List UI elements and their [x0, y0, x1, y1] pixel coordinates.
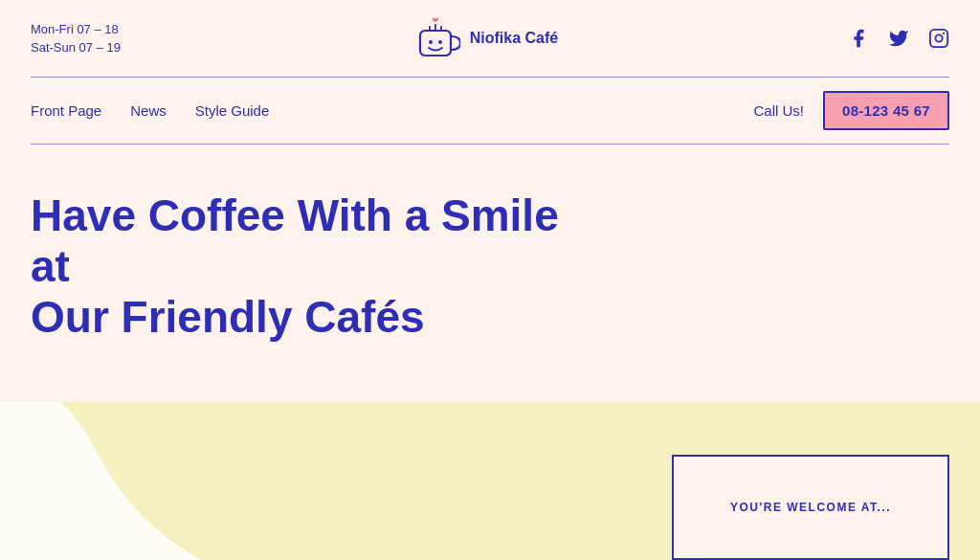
nav-link-style-guide[interactable]: Style Guide: [195, 102, 270, 119]
svg-rect-6: [930, 30, 947, 47]
nav-links: Front Page News Style Guide: [31, 102, 269, 119]
phone-button[interactable]: 08-123 45 67: [823, 91, 949, 130]
facebook-icon[interactable]: [848, 28, 869, 49]
hero-section: Have Coffee With a Smile at Our Friendly…: [0, 145, 980, 366]
svg-point-2: [438, 40, 442, 44]
logo-text: Niofika Café: [470, 29, 558, 47]
hours-weekday: Mon-Fri 07 – 18: [31, 20, 121, 39]
logo-area[interactable]: Niofika Café: [411, 13, 558, 63]
svg-point-8: [943, 33, 945, 34]
nav-link-news[interactable]: News: [130, 102, 167, 119]
nav-right: Call Us! 08-123 45 67: [753, 91, 949, 130]
hero-title: Have Coffee With a Smile at Our Friendly…: [31, 190, 567, 343]
bottom-section: YOU'RE WELCOME AT...: [0, 402, 980, 560]
hero-title-line2: Our Friendly Cafés: [31, 292, 425, 342]
hero-title-line1: Have Coffee With a Smile at: [31, 190, 559, 291]
call-us-label: Call Us!: [753, 102, 804, 119]
instagram-icon[interactable]: [928, 28, 949, 49]
hours: Mon-Fri 07 – 18 Sat-Sun 07 – 19: [31, 20, 121, 57]
hours-weekend: Sat-Sun 07 – 19: [31, 38, 121, 57]
white-curve-decoration: [0, 402, 211, 560]
welcome-card-label: YOU'RE WELCOME AT...: [730, 501, 891, 514]
svg-rect-0: [420, 31, 451, 56]
svg-point-1: [429, 40, 433, 44]
svg-point-7: [935, 34, 942, 41]
top-bar: Mon-Fri 07 – 18 Sat-Sun 07 – 19 Niofika …: [0, 0, 980, 77]
nav-bar: Front Page News Style Guide Call Us! 08-…: [0, 78, 980, 144]
twitter-icon[interactable]: [888, 28, 909, 49]
logo-icon: [411, 13, 460, 63]
welcome-card: YOU'RE WELCOME AT...: [672, 455, 949, 560]
social-icons: [848, 28, 949, 49]
top-divider: [31, 77, 949, 78]
nav-link-front-page[interactable]: Front Page: [31, 102, 101, 119]
